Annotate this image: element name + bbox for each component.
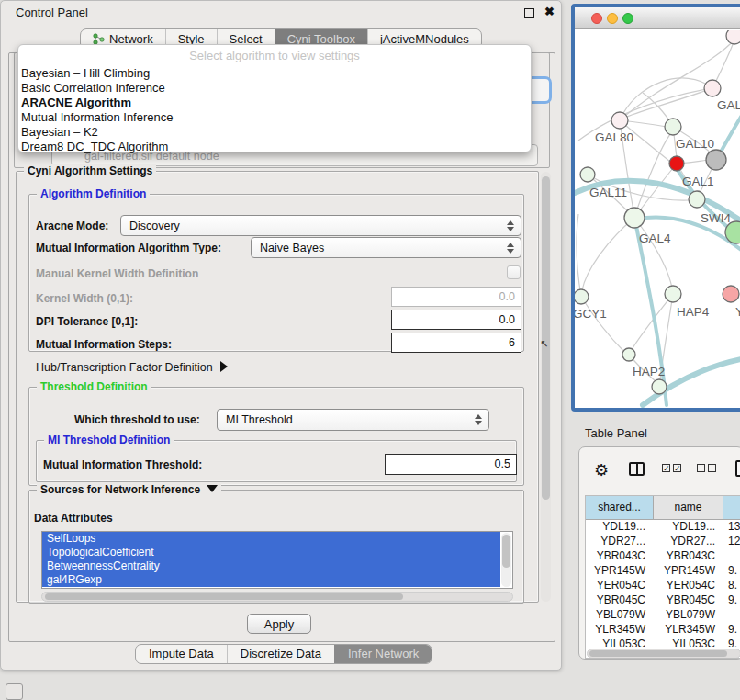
network-canvas[interactable]: GALGAL80GAL10GAL1GAL11SWI4GAL4GCY1HAP4YH… [575,30,740,408]
expand-arrow-icon[interactable] [220,361,228,372]
column-header-partial[interactable] [723,496,740,519]
which-threshold-combo[interactable]: MI Threshold [217,409,489,431]
mi-steps-field[interactable]: 6 [391,333,521,353]
algorithm-option[interactable]: ARACNE Algorithm [21,96,528,110]
table-row[interactable]: YBR043CYBR043C [586,549,740,564]
minimized-panel-button[interactable] [6,683,23,700]
table-cell[interactable]: 12 [723,535,740,549]
column-header-name[interactable]: name [654,496,723,519]
new-table-icon[interactable] [735,460,740,477]
network-node-gal10[interactable] [665,119,681,135]
table-row[interactable]: YBR045CYBR045C9. [586,593,740,608]
deselect-all-columns-icon[interactable] [697,464,716,472]
zoom-window-icon[interactable] [622,13,633,24]
network-edge[interactable] [577,214,581,297]
aracne-mode-combo[interactable]: Discovery [120,215,521,236]
collapse-arrow-icon[interactable] [207,485,218,492]
table-cell[interactable]: 9. [723,593,740,608]
network-edge[interactable] [634,133,671,218]
gear-icon[interactable]: ⚙ [594,460,609,480]
table-row[interactable]: YDR27...YDR27...12 [586,535,740,549]
network-node-hap4[interactable] [665,286,681,302]
algorithm-option[interactable]: Basic Correlation Inference [21,81,528,96]
table-row[interactable]: YBL079WYBL079W [586,608,740,623]
table-cell[interactable]: YBR045C [586,593,654,608]
data-attribute-item[interactable]: TopologicalCoefficient [42,546,500,559]
tab-impute-data[interactable]: Impute Data [136,645,227,663]
network-node-gcy1[interactable] [575,289,589,304]
mi-threshold-field[interactable]: 0.5 [385,454,517,475]
mi-algorithm-type-combo[interactable]: Naive Bayes [251,237,521,258]
attributes-scrollbar[interactable] [501,533,511,587]
table-cell[interactable]: YBR043C [586,549,654,564]
table-cell[interactable]: YIL053C [586,638,654,647]
settings-scrollbar[interactable] [541,172,551,602]
apply-button[interactable]: Apply [247,614,311,634]
algorithm-option[interactable]: Mutual Information Inference [21,110,528,125]
table-row[interactable]: YPR145WYPR145W9. [586,564,740,579]
attributes-hscrollbar-thumb[interactable] [45,593,403,600]
tab-infer-network[interactable]: Infer Network [334,645,432,663]
close-panel-icon[interactable]: ✖ [544,5,555,18]
network-node-gal1[interactable] [669,156,684,171]
network-edge[interactable] [622,88,712,119]
select-all-columns-icon[interactable]: ✓ ✓ [662,464,681,472]
table-cell[interactable]: YDR27... [586,535,654,549]
table-cell[interactable]: YER054C [654,579,723,593]
hub-definition-toggle[interactable]: Hub/Transcription Factor Definition [36,361,228,374]
attributes-scrollbar-thumb[interactable] [502,535,510,568]
network-graph[interactable]: GALGAL80GAL10GAL1GAL11SWI4GAL4GCY1HAP4YH… [575,30,740,408]
manual-kernel-width-checkbox[interactable] [507,265,521,279]
table-cell[interactable]: YDR27... [654,535,723,549]
table-cell[interactable]: 9. [723,564,740,579]
column-header-shared[interactable]: shared... [586,496,654,519]
table-row[interactable]: YIL053CYIL053C9. [586,638,740,647]
dpi-tolerance-field[interactable]: 0.0 [391,310,521,330]
table-cell[interactable]: YLR345W [586,623,654,638]
network-edge[interactable] [582,218,634,290]
table-body[interactable]: YDL19...YDL19...13YDR27...YDR27...12YBR0… [586,520,740,647]
float-panel-icon[interactable] [524,8,534,18]
table-row[interactable]: YDL19...YDL19...13 [586,520,740,535]
table-cell[interactable]: YIL053C [654,638,723,647]
table-cell[interactable]: 9. [723,638,740,647]
tab-discretize-data[interactable]: Discretize Data [227,645,334,663]
network-node-swi4[interactable] [689,191,705,208]
table-cell[interactable]: YDL19... [654,520,723,535]
table-cell[interactable]: YBR043C [654,549,723,564]
table-cell[interactable]: 9. [723,623,740,638]
table-cell[interactable]: 13 [723,520,740,535]
table-cell[interactable]: YPR145W [654,564,723,579]
table-cell[interactable] [723,608,740,623]
network-node-gal4[interactable] [624,208,645,228]
table-row[interactable]: YER054CYER054C8. [586,579,740,593]
table-cell[interactable]: YDL19... [586,520,654,535]
minimize-window-icon[interactable] [607,13,618,24]
network-edge[interactable] [581,297,624,352]
table-cell[interactable]: YBL079W [586,608,654,623]
algorithm-option[interactable]: Bayesian – Hill Climbing [21,66,528,81]
kernel-width-field[interactable]: 0.0 [391,287,521,307]
network-window-titlebar[interactable] [575,7,740,29]
network-node-gal11[interactable] [580,167,595,182]
network-node-gal[interactable] [704,80,721,96]
table-cell[interactable]: YBL079W [654,608,723,623]
network-node-y[interactable] [723,286,739,302]
table-cell[interactable]: YBR045C [654,593,723,608]
data-attribute-item[interactable]: gal4RGexp [42,573,500,587]
table-cell[interactable]: YPR145W [586,564,654,579]
table-cell[interactable] [723,549,740,564]
table-row[interactable]: YLR345WYLR345W9. [586,623,740,638]
network-node[interactable] [706,150,726,170]
table-hscrollbar[interactable] [587,649,740,659]
algorithm-option[interactable]: Dream8 DC_TDC Algorithm [21,140,528,154]
table-hscrollbar-thumb[interactable] [589,650,727,657]
columns-icon[interactable] [629,462,645,476]
attributes-hscrollbar[interactable] [41,592,513,602]
data-attributes-list[interactable]: SelfLoopsTopologicalCoefficientBetweenne… [41,531,513,589]
close-window-icon[interactable] [591,13,602,24]
network-node[interactable] [652,379,667,394]
data-attribute-item[interactable]: BetweennessCentrality [42,559,500,573]
data-attribute-item[interactable]: SelfLoops [42,532,500,546]
table-cell[interactable]: 8. [723,579,740,593]
